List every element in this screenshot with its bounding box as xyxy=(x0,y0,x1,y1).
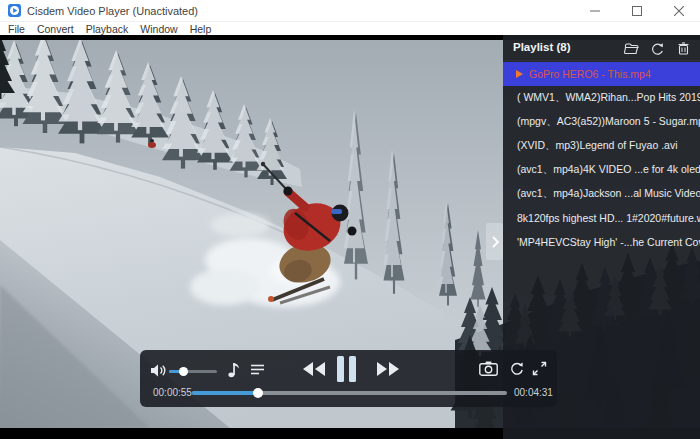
close-button[interactable] xyxy=(658,0,700,22)
now-playing-icon xyxy=(516,70,523,78)
menu-window[interactable]: Window xyxy=(134,23,183,35)
trash-icon xyxy=(678,42,689,55)
playlist-item[interactable]: 8k120fps highest HD... 1#2020#future.web… xyxy=(503,206,700,230)
repeat-mode-button[interactable] xyxy=(649,40,665,56)
playlist-header: Playlist (8) xyxy=(503,35,700,61)
folder-open-icon xyxy=(624,42,639,55)
speaker-icon xyxy=(150,363,167,378)
menu-playback[interactable]: Playback xyxy=(80,23,135,35)
snapshot-button[interactable] xyxy=(479,361,498,376)
clear-playlist-button[interactable] xyxy=(675,40,691,56)
seek-knob[interactable] xyxy=(253,388,263,398)
maximize-icon xyxy=(632,6,642,16)
refresh-icon xyxy=(650,42,664,55)
audio-track-button[interactable] xyxy=(228,361,240,378)
video-area: Playlist (8) xyxy=(0,35,700,439)
playlist-item[interactable]: (avc1、mp4a)4K VIDEO ...e for 4k oled tv.… xyxy=(503,158,700,182)
playlist-item[interactable]: 'MP4HEVCStay High' -...he Current Cover.… xyxy=(503,230,700,254)
playlist-item[interactable]: ( WMV1、WMA2)Rihan...Pop Hits 2019.wmv xyxy=(503,86,700,110)
maximize-button[interactable] xyxy=(616,0,658,22)
rotate-button[interactable] xyxy=(509,361,524,376)
playlist-title: Playlist (8) xyxy=(513,41,571,53)
forward-icon xyxy=(376,361,400,377)
seek-bar[interactable] xyxy=(192,391,507,395)
playlist-item[interactable]: (XVID、mp3)Legend of Fuyao .avi xyxy=(503,134,700,158)
window-title: Cisdem Video Player (Unactivated) xyxy=(27,5,198,17)
queue-icon xyxy=(250,364,265,375)
fullscreen-icon xyxy=(532,361,547,376)
minimize-icon xyxy=(590,6,600,16)
chevron-right-icon xyxy=(491,236,499,248)
app-play-icon xyxy=(8,4,21,17)
fullscreen-button[interactable] xyxy=(532,361,547,376)
titlebar[interactable]: Cisdem Video Player (Unactivated) xyxy=(0,0,700,22)
total-time: 00:04:31 xyxy=(514,387,553,398)
rewind-button[interactable] xyxy=(302,361,326,377)
rotate-icon xyxy=(509,361,524,376)
current-time: 00:00:55 xyxy=(153,387,192,398)
music-note-icon xyxy=(228,361,240,378)
playlist-item[interactable]: GoPro HERO6 - This.mp4 xyxy=(503,62,700,86)
volume-slider[interactable] xyxy=(169,370,217,373)
menu-help[interactable]: Help xyxy=(184,23,218,35)
playlist-item[interactable]: (avc1、mp4a)Jackson ...al Music Video).mk… xyxy=(503,182,700,206)
playlist-collapse-button[interactable] xyxy=(486,223,503,260)
camera-icon xyxy=(479,361,498,376)
seek-fill xyxy=(192,391,258,395)
rewind-icon xyxy=(302,361,326,377)
playlist-item[interactable]: (mpgv、AC3(a52))Maroon 5 - Sugar.mpg xyxy=(503,110,700,134)
menu-file[interactable]: File xyxy=(0,23,31,35)
pause-button[interactable] xyxy=(337,356,359,382)
close-icon xyxy=(674,6,684,16)
menu-convert[interactable]: Convert xyxy=(31,23,80,35)
volume-knob[interactable] xyxy=(179,367,188,376)
menubar: File Convert Playback Window Help xyxy=(0,22,700,35)
playlist-toggle-button[interactable] xyxy=(250,364,265,375)
mute-button[interactable] xyxy=(150,363,167,378)
forward-button[interactable] xyxy=(376,361,400,377)
add-files-button[interactable] xyxy=(623,40,639,56)
control-panel: 00:00:55 00:04:31 xyxy=(140,350,557,407)
pause-icon xyxy=(337,356,344,382)
app-window: Cisdem Video Player (Unactivated) Fi xyxy=(0,0,700,439)
minimize-button[interactable] xyxy=(574,0,616,22)
playlist-rows: GoPro HERO6 - This.mp4 ( WMV1、WMA2)Rihan… xyxy=(503,62,700,254)
